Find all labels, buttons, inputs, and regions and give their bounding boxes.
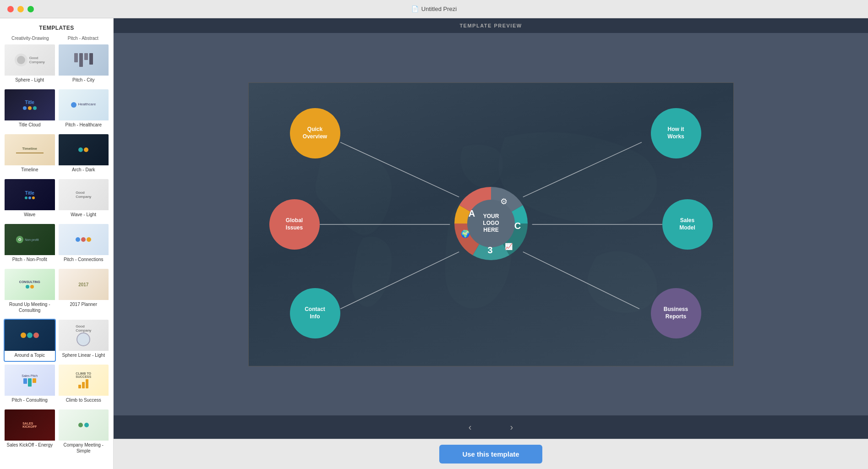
template-pitch-city[interactable]: Pitch - City <box>58 44 110 87</box>
template-label-pitch-nonprofit: Pitch - Non-Profit <box>5 255 55 265</box>
template-title-cloud[interactable]: Title Title Cloud <box>4 88 56 131</box>
template-label-pitch-healthcare: Pitch - Healthcare <box>59 120 109 131</box>
svg-text:🌍: 🌍 <box>461 229 470 238</box>
template-label-sales-kickoff: Sales KickOff - Energy <box>5 441 55 451</box>
template-grid: GoodCompany Sphere - Light <box>0 44 113 458</box>
svg-text:LOGO: LOGO <box>483 220 499 226</box>
template-label-arch-dark: Arch - Dark <box>59 165 109 175</box>
window-title: 📄 Untitled Prezi <box>411 5 457 12</box>
satellite-business-reports[interactable]: BusinessReports <box>651 288 701 338</box>
satellite-global-issues[interactable]: GlobalIssues <box>269 199 320 250</box>
next-arrow[interactable]: › <box>505 420 519 434</box>
template-label-company-meeting: Company Meeting - Simple <box>59 441 109 457</box>
template-sphere-light[interactable]: GoodCompany Sphere - Light <box>4 44 56 87</box>
template-climb-success[interactable]: CLIMB TOSUCCESS Climb to Success <box>58 364 110 407</box>
satellite-contact-info[interactable]: ContactInfo <box>290 288 340 338</box>
template-label-around-topic: Around a Topic <box>5 351 55 361</box>
svg-line-4 <box>340 251 459 309</box>
col-label-1: Pitch - Abstract <box>57 36 110 41</box>
template-label-pitch-city: Pitch - City <box>59 76 109 86</box>
template-pitch-connections[interactable]: Pitch - Connections <box>58 223 110 266</box>
template-wave-light[interactable]: GoodCompany Wave - Light <box>58 178 110 221</box>
sidebar-heading: TEMPLATES <box>0 18 113 36</box>
use-template-button[interactable]: Use this template <box>439 445 542 464</box>
template-timeline[interactable]: Timeline Timeline <box>4 133 56 176</box>
svg-text:A: A <box>468 208 475 218</box>
svg-text:HERE: HERE <box>483 227 498 233</box>
action-bar: Use this template <box>114 439 868 469</box>
template-wave[interactable]: Title Wave <box>4 178 56 221</box>
svg-text:3: 3 <box>487 245 492 255</box>
document-icon: 📄 <box>411 5 419 12</box>
svg-line-0 <box>340 142 459 197</box>
template-2017planner[interactable]: 2017 2017 Planner <box>58 268 110 317</box>
template-sales-kickoff[interactable]: SALESKICKOFF Sales KickOff - Energy <box>4 409 56 458</box>
sidebar: TEMPLATES Creativity-Drawing Pitch - Abs… <box>0 18 114 469</box>
preview-header: TEMPLATE PREVIEW <box>114 18 868 33</box>
svg-text:YOUR: YOUR <box>483 213 499 219</box>
svg-line-1 <box>523 142 641 197</box>
nav-arrows: ‹ › <box>114 415 868 439</box>
svg-line-5 <box>523 251 639 309</box>
template-sphere-linear[interactable]: GoodCompany Sphere Linear - Light <box>58 319 110 362</box>
svg-text:C: C <box>514 221 520 231</box>
col-label-0: Creativity-Drawing <box>4 36 57 41</box>
template-pitch-consulting[interactable]: Sales Pitch Pitch - Consulting <box>4 364 56 407</box>
template-label-pitch-consulting: Pitch - Consulting <box>5 396 55 406</box>
sidebar-column-labels: Creativity-Drawing Pitch - Abstract <box>0 36 113 44</box>
template-arch-dark[interactable]: Arch - Dark <box>58 133 110 176</box>
template-label-pitch-connections: Pitch - Connections <box>59 255 109 265</box>
svg-text:📈: 📈 <box>504 243 513 251</box>
template-label-wave-light: Wave - Light <box>59 210 109 220</box>
template-roundup[interactable]: CONSULTING Round Up Meeting - Consulting <box>4 268 56 317</box>
template-label-timeline: Timeline <box>5 165 55 175</box>
template-label-climb-success: Climb to Success <box>59 396 109 406</box>
template-around-topic[interactable]: Around a Topic <box>4 319 56 362</box>
template-label-2017planner: 2017 Planner <box>59 300 109 310</box>
satellite-sales-model[interactable]: SalesModel <box>662 199 713 250</box>
template-label-sphere-linear: Sphere Linear - Light <box>59 351 109 361</box>
main-content: TEMPLATE PREVIEW <box>114 18 868 469</box>
traffic-lights <box>7 6 34 12</box>
template-pitch-nonprofit[interactable]: ♻ Non profit Pitch - Non-Profit <box>4 223 56 266</box>
template-label-wave: Wave <box>5 210 55 220</box>
svg-text:⚙: ⚙ <box>500 197 508 206</box>
satellite-how-it-works[interactable]: How itWorks <box>651 108 701 158</box>
preview-area: YOUR LOGO HERE A ⚙ C 📈 3 <box>114 33 868 415</box>
template-label-roundup: Round Up Meeting - Consulting <box>5 300 55 316</box>
titlebar: 📄 Untitled Prezi <box>0 0 868 18</box>
satellite-quick-overview[interactable]: QuickOverview <box>290 108 340 158</box>
template-label-title-cloud: Title Cloud <box>5 120 55 131</box>
maximize-button[interactable] <box>27 6 34 12</box>
close-button[interactable] <box>7 6 14 12</box>
preview-slide: YOUR LOGO HERE A ⚙ C 📈 3 <box>248 82 734 366</box>
template-label-sphere-light: Sphere - Light <box>5 76 55 86</box>
center-hub: YOUR LOGO HERE A ⚙ C 📈 3 <box>445 178 537 271</box>
template-company-meeting[interactable]: Company Meeting - Simple <box>58 409 110 458</box>
app-container: TEMPLATES Creativity-Drawing Pitch - Abs… <box>0 18 868 469</box>
prev-arrow[interactable]: ‹ <box>463 420 477 434</box>
template-pitch-healthcare[interactable]: Healthcare Pitch - Healthcare <box>58 88 110 131</box>
minimize-button[interactable] <box>17 6 24 12</box>
